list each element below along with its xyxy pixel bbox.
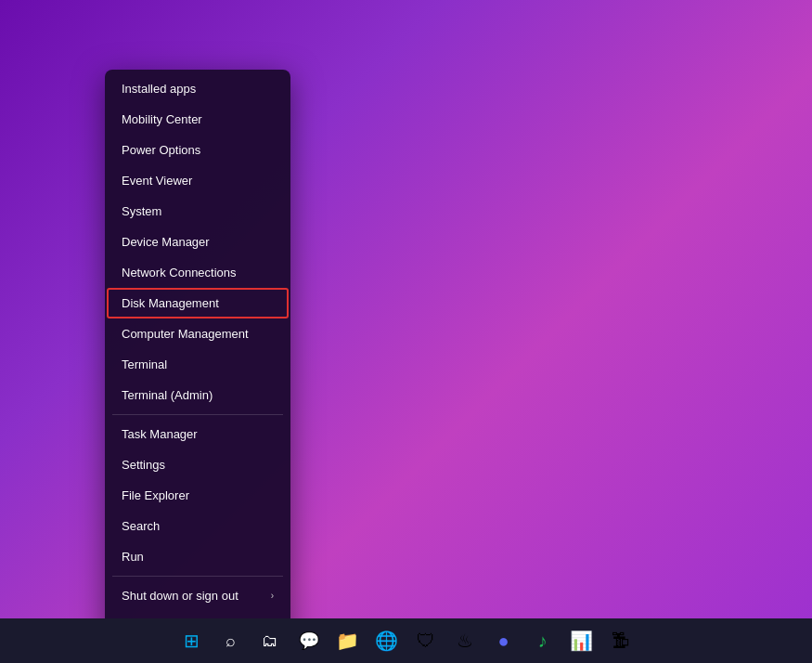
menu-item-label-system: System: [122, 204, 161, 218]
menu-item-file-explorer[interactable]: File Explorer: [107, 480, 289, 511]
taskbar-icons: ⊞ ⌕ 🗂 💬 📁 🌐 🛡 ♨ ●: [174, 622, 639, 659]
discord-icon: ●: [497, 630, 509, 652]
menu-item-power-options[interactable]: Power Options: [107, 135, 289, 165]
menu-arrow-icon-shutdown: ›: [271, 591, 274, 601]
menu-item-computer-management[interactable]: Computer Management: [107, 318, 289, 349]
menu-item-label-network-connections: Network Connections: [122, 266, 237, 280]
menu-item-installed-apps[interactable]: Installed apps: [107, 73, 289, 104]
menu-divider-terminal-admin: [112, 414, 283, 415]
menu-item-terminal-admin[interactable]: Terminal (Admin): [107, 380, 289, 410]
menu-item-device-manager[interactable]: Device Manager: [107, 227, 289, 257]
menu-item-event-viewer[interactable]: Event Viewer: [107, 165, 289, 196]
menu-item-shutdown[interactable]: Shut down or sign out›: [107, 580, 289, 611]
menu-item-label-file-explorer: File Explorer: [122, 488, 189, 502]
menu-item-label-installed-apps: Installed apps: [122, 82, 196, 96]
menu-item-label-terminal: Terminal: [122, 358, 167, 371]
menu-item-search[interactable]: Search: [107, 511, 289, 541]
menu-item-label-power-options: Power Options: [122, 143, 200, 157]
app2-icon: 🗜: [612, 630, 630, 652]
taskbar-windows-start[interactable]: ⊞: [174, 622, 211, 659]
teams-icon: 💬: [299, 630, 319, 651]
taskbar-teams[interactable]: 💬: [290, 622, 328, 659]
menu-item-task-manager[interactable]: Task Manager: [107, 419, 289, 449]
menu-item-label-device-manager: Device Manager: [122, 235, 210, 249]
menu-item-terminal[interactable]: Terminal: [107, 349, 289, 380]
spotify-icon: ♪: [538, 630, 548, 652]
menu-item-label-terminal-admin: Terminal (Admin): [122, 388, 213, 402]
taskbar-app1[interactable]: 📊: [563, 622, 600, 659]
taskbar-spotify[interactable]: ♪: [524, 622, 561, 659]
menu-divider-run: [112, 576, 283, 577]
menu-item-label-computer-management: Computer Management: [122, 327, 249, 341]
menu-item-system[interactable]: System: [107, 196, 289, 227]
chrome-icon: 🌐: [375, 630, 398, 652]
taskbar: ⊞ ⌕ 🗂 💬 📁 🌐 🛡 ♨ ●: [0, 618, 812, 663]
taskbar-steam[interactable]: ♨: [446, 622, 483, 659]
context-menu: Installed appsMobility CenterPower Optio…: [105, 70, 290, 645]
taskbar-discord[interactable]: ●: [485, 622, 522, 659]
menu-item-label-run: Run: [122, 550, 144, 564]
menu-item-network-connections[interactable]: Network Connections: [107, 257, 289, 288]
menu-item-label-settings: Settings: [122, 458, 165, 472]
menu-item-disk-management[interactable]: Disk Management: [107, 288, 289, 318]
app1-icon: 📊: [570, 630, 593, 652]
steam-icon: ♨: [457, 630, 473, 652]
taskbar-search[interactable]: ⌕: [213, 622, 250, 659]
menu-item-label-disk-management: Disk Management: [122, 296, 219, 310]
menu-item-label-task-manager: Task Manager: [122, 427, 198, 441]
search-icon: ⌕: [226, 631, 236, 651]
taskbar-file-manager[interactable]: 🗂: [251, 622, 289, 659]
menu-item-label-mobility-center: Mobility Center: [122, 112, 202, 126]
menu-item-settings[interactable]: Settings: [107, 449, 289, 480]
menu-item-run[interactable]: Run: [107, 541, 289, 572]
taskbar-bitwarden[interactable]: 🛡: [407, 622, 445, 659]
taskbar-chrome[interactable]: 🌐: [368, 622, 406, 659]
menu-item-label-shutdown: Shut down or sign out: [122, 589, 238, 603]
taskbar-app2[interactable]: 🗜: [602, 622, 639, 659]
menu-item-mobility-center[interactable]: Mobility Center: [107, 104, 289, 135]
explorer-icon: 📁: [336, 630, 359, 652]
menu-item-label-event-viewer: Event Viewer: [122, 174, 192, 188]
menu-item-label-search: Search: [122, 519, 160, 533]
taskbar-explorer[interactable]: 📁: [329, 622, 367, 659]
bitwarden-icon: 🛡: [417, 630, 435, 652]
file-manager-icon: 🗂: [262, 631, 278, 651]
windows-icon: ⊞: [184, 630, 200, 652]
